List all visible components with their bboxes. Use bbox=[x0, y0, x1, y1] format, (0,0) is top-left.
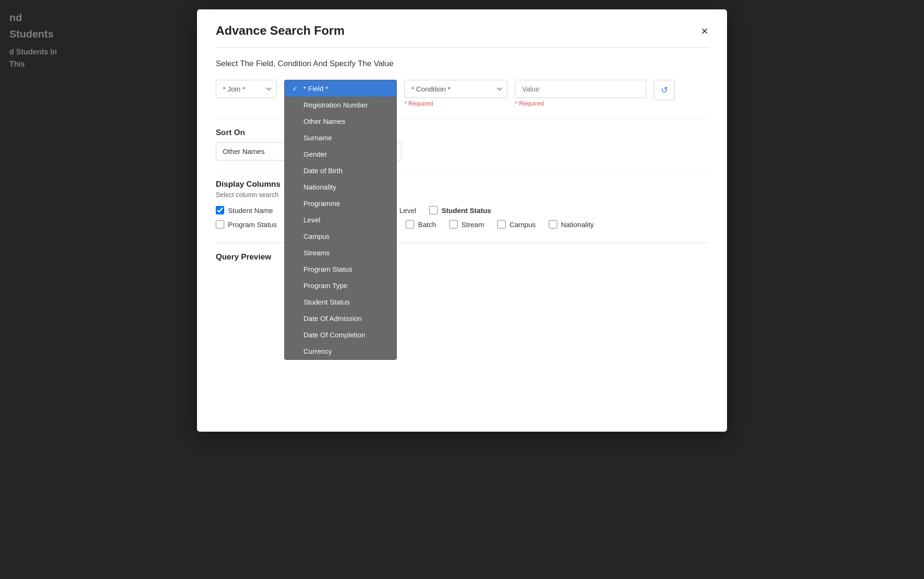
checkbox-program-status-input[interactable] bbox=[216, 220, 224, 229]
field-option-streams[interactable]: Streams bbox=[285, 244, 396, 261]
field-option-currency[interactable]: Currency bbox=[285, 343, 396, 359]
field-option-gender[interactable]: Gender bbox=[285, 146, 396, 162]
checkbox-batch: Batch bbox=[406, 220, 436, 229]
condition-wrapper: * Condition * * Required bbox=[404, 80, 507, 107]
modal-overlay: Advance Search Form × Select The Field, … bbox=[0, 0, 924, 579]
field-option-campus[interactable]: Campus bbox=[285, 228, 396, 244]
checkbox-program-status-label: Program Status bbox=[228, 221, 277, 229]
checkbox-nationality-label: Nationality bbox=[561, 221, 594, 229]
checkbox-campus: Campus bbox=[497, 220, 536, 229]
close-button[interactable]: × bbox=[701, 25, 708, 37]
field-option-registration[interactable]: Registration Number bbox=[285, 97, 396, 113]
filter-row: * Join * ✓ * Field * Registration Number bbox=[216, 80, 708, 107]
checkbox-nationality: Nationality bbox=[549, 220, 594, 229]
field-option-nationality[interactable]: Nationality bbox=[285, 179, 396, 195]
field-option-program-type[interactable]: Program Type bbox=[285, 277, 396, 294]
field-option-date-admission[interactable]: Date Of Admission bbox=[285, 310, 396, 327]
refresh-icon: ↺ bbox=[661, 85, 668, 95]
field-option-student-status[interactable]: Student Status bbox=[285, 294, 396, 310]
field-option-selected[interactable]: ✓ * Field * bbox=[285, 80, 396, 97]
field-option-level[interactable]: Level bbox=[285, 212, 396, 228]
checkbox-batch-input[interactable] bbox=[406, 220, 414, 229]
condition-required-text: * Required bbox=[404, 100, 507, 107]
field-option-programme[interactable]: Programme bbox=[285, 195, 396, 212]
field-option-program-status[interactable]: Program Status bbox=[285, 261, 396, 277]
checkbox-student-name: Student Name bbox=[216, 206, 273, 214]
checkbox-student-name-input[interactable] bbox=[216, 206, 224, 214]
checkbox-student-status-input[interactable] bbox=[429, 206, 438, 214]
field-option-other-names[interactable]: Other Names bbox=[285, 113, 396, 130]
value-required-text: * Required bbox=[515, 100, 646, 107]
header-divider bbox=[216, 47, 708, 48]
checkbox-program-status: Program Status bbox=[216, 220, 277, 229]
field-option-dob[interactable]: Date of Birth bbox=[285, 162, 396, 179]
checkbox-stream: Stream bbox=[449, 220, 484, 229]
join-select[interactable]: * Join * bbox=[216, 80, 277, 98]
checkbox-level-label: Level bbox=[399, 206, 416, 214]
value-input[interactable] bbox=[515, 80, 646, 98]
field-dropdown-list: ✓ * Field * Registration Number Other Na… bbox=[284, 80, 397, 360]
checkmark-icon: ✓ bbox=[292, 85, 300, 92]
modal-dialog: Advance Search Form × Select The Field, … bbox=[197, 9, 727, 432]
checkbox-campus-input[interactable] bbox=[497, 220, 506, 229]
field-option-surname[interactable]: Surname bbox=[285, 130, 396, 146]
checkbox-student-status-label: Student Status bbox=[441, 206, 491, 214]
checkbox-student-status: Student Status bbox=[429, 206, 491, 214]
modal-title: Advance Search Form bbox=[216, 23, 345, 38]
field-option-date-completion[interactable]: Date Of Completion bbox=[285, 327, 396, 343]
modal-header: Advance Search Form × bbox=[216, 23, 708, 38]
value-input-wrapper: * Required bbox=[515, 80, 646, 107]
refresh-button[interactable]: ↺ bbox=[654, 80, 675, 100]
checkbox-stream-label: Stream bbox=[462, 221, 484, 229]
checkbox-nationality-input[interactable] bbox=[549, 220, 557, 229]
form-subtitle: Select The Field, Condition And Specify … bbox=[216, 59, 708, 69]
checkbox-student-name-label: Student Name bbox=[228, 206, 273, 214]
checkbox-campus-label: Campus bbox=[509, 221, 536, 229]
condition-select[interactable]: * Condition * bbox=[404, 80, 507, 98]
checkbox-batch-label: Batch bbox=[418, 221, 436, 229]
checkbox-stream-input[interactable] bbox=[449, 220, 458, 229]
